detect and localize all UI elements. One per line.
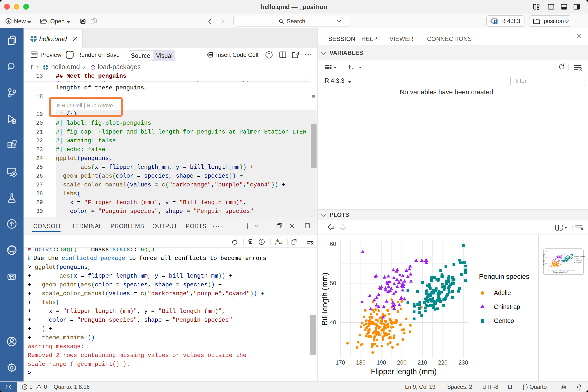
svg-text:Penguin species: Penguin species xyxy=(479,273,529,280)
svg-text:Adelie: Adelie xyxy=(494,289,511,296)
svg-text:40: 40 xyxy=(545,263,547,264)
svg-text:230: 230 xyxy=(459,360,468,366)
svg-text:170: 170 xyxy=(336,360,345,366)
svg-text:60: 60 xyxy=(545,251,547,252)
svg-text:Flipper length (mm): Flipper length (mm) xyxy=(371,367,437,376)
svg-text:Penguin species: Penguin species xyxy=(574,255,585,257)
svg-text:Flipper length (mm): Flipper length (mm) xyxy=(553,271,568,273)
svg-text:180: 180 xyxy=(356,360,366,366)
svg-text:Chinstrap: Chinstrap xyxy=(576,260,582,262)
svg-text:c: c xyxy=(275,242,276,245)
svg-text:230: 230 xyxy=(571,270,574,271)
svg-text:220: 220 xyxy=(438,360,447,366)
svg-text:210: 210 xyxy=(418,360,427,366)
svg-text:40: 40 xyxy=(330,319,336,326)
svg-text:190: 190 xyxy=(376,360,386,366)
svg-text:50: 50 xyxy=(545,257,547,258)
svg-text:200: 200 xyxy=(397,360,406,366)
svg-text:Gentoo: Gentoo xyxy=(494,317,514,324)
svg-text:50: 50 xyxy=(330,280,336,286)
svg-text:R: R xyxy=(493,18,498,24)
svg-text:Chinstrap: Chinstrap xyxy=(494,303,520,310)
svg-text:Adelie: Adelie xyxy=(576,258,580,260)
svg-text:Bill length (mm): Bill length (mm) xyxy=(543,254,545,266)
svg-text:Bill length (mm): Bill length (mm) xyxy=(320,272,329,325)
svg-text:60: 60 xyxy=(330,241,336,247)
svg-text:170: 170 xyxy=(546,270,549,271)
svg-text:Gentoo: Gentoo xyxy=(576,262,581,264)
